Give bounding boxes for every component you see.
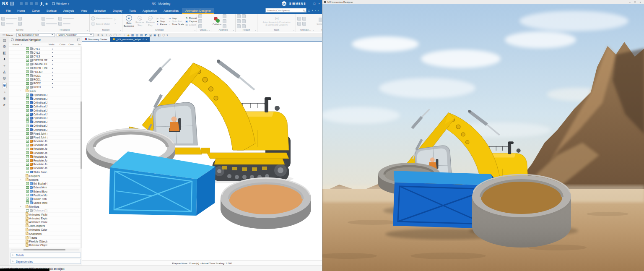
dependencies-section[interactable]: Dependencies <box>10 259 81 264</box>
row-checkbox[interactable] <box>26 190 29 193</box>
selection-filter-dropdown[interactable]: No Selection Filter <box>16 33 55 37</box>
row-checkbox[interactable] <box>26 125 29 128</box>
tree-row[interactable]: Revolute Joint... <box>9 155 82 159</box>
ribbon-tab[interactable]: File <box>3 8 14 14</box>
maximize-button[interactable]: □ <box>314 2 315 5</box>
gear-button[interactable] <box>42 22 57 26</box>
toolbar-icon[interactable]: ✥ <box>97 34 99 36</box>
repeat-button[interactable]: ↻Repeat <box>185 16 197 19</box>
capture-arrangement-button[interactable]: ▣Capture Arrangement <box>185 20 197 23</box>
toolbar-icon[interactable]: ◩ <box>145 34 148 36</box>
tab-close-icon[interactable]: × <box>145 38 147 41</box>
ribbon-tab[interactable]: Tools <box>126 8 139 14</box>
ribbon-tab[interactable]: Application <box>139 8 160 14</box>
tree-row[interactable]: Cylindrical Joi... <box>9 97 82 101</box>
tree-row[interactable]: CYL2 ● <box>9 51 82 55</box>
ribbon-tab[interactable]: View <box>78 8 91 14</box>
tree-row[interactable]: Revolute Joint... <box>9 147 82 151</box>
collapse-ribbon-icon[interactable]: ∧ <box>312 9 313 12</box>
tree-row[interactable]: Animated Visibility <box>9 213 82 216</box>
search-input[interactable] <box>267 9 302 12</box>
search-box[interactable] <box>265 8 306 13</box>
revolute-motor-button[interactable]: Revolute Motor <box>91 16 112 21</box>
group-label-relations[interactable]: Relations <box>40 29 89 32</box>
toolbar-icon[interactable]: ▦ <box>131 34 134 36</box>
toolbar-icon[interactable]: ◈ <box>127 34 129 36</box>
tree-row[interactable]: Fixed Joint (2) <box>9 136 82 139</box>
row-visibility-dot[interactable]: ● <box>47 67 57 69</box>
joint-button[interactable] <box>42 17 57 21</box>
window-menu-button[interactable]: Window ▾ <box>52 2 69 5</box>
toolbar-icon[interactable]: ▤ <box>140 34 143 36</box>
tree-row[interactable]: Distance (1) <box>9 209 82 213</box>
row-checkbox[interactable] <box>26 128 29 131</box>
tree-row[interactable]: Fixed Joint (1) <box>9 132 82 136</box>
ribbon-tab[interactable]: Home <box>14 8 29 14</box>
group-label-animate2[interactable]: Animate... <box>296 29 315 32</box>
row-checkbox[interactable] <box>26 209 29 212</box>
resource-bar-icon[interactable]: ▤ <box>3 39 6 42</box>
tree-horizontal-scrollbar[interactable] <box>11 249 79 250</box>
qat-icon[interactable] <box>20 2 23 5</box>
expander-icon[interactable]: − <box>19 206 22 208</box>
tree-row[interactable]: Revolute Joint... <box>9 143 82 147</box>
row-visibility-dot[interactable]: ● <box>47 63 57 65</box>
column-extra[interactable]: So <box>77 43 82 46</box>
tab-part-file[interactable]: _NX_excavator_ad.prt ⊙ × <box>110 37 150 42</box>
group-label-tools[interactable]: Tools <box>257 29 296 32</box>
tree-row[interactable]: Speed Motor (1) <box>9 201 82 205</box>
row-checkbox[interactable] <box>26 74 29 77</box>
column-visibility[interactable]: Visibi... <box>47 43 57 46</box>
speed-motor-button[interactable]: Speed Motor <box>91 22 112 26</box>
container-button[interactable]: Container <box>317 18 322 25</box>
curve-joint-button[interactable] <box>58 22 74 26</box>
stop-button[interactable]: ■Stop <box>156 20 166 23</box>
visibility-icon[interactable]: ◉ <box>45 2 48 5</box>
row-checkbox[interactable] <box>26 105 29 108</box>
tree-row[interactable]: ROD3 ● <box>9 86 82 89</box>
microphone-icon[interactable] <box>41 2 42 5</box>
row-checkbox[interactable] <box>26 113 29 116</box>
row-checkbox[interactable] <box>26 86 29 89</box>
minimize-button[interactable]: – <box>309 2 311 5</box>
row-checkbox[interactable] <box>26 117 29 120</box>
toolbar-icon[interactable]: ➤ <box>101 34 104 36</box>
row-checkbox[interactable] <box>26 163 29 166</box>
toolbar-icon[interactable]: ▾ <box>166 34 168 36</box>
resource-bar-icon[interactable]: ◔ <box>3 91 5 94</box>
tree-row[interactable]: Position Moto... <box>9 193 82 197</box>
row-checkbox[interactable] <box>26 136 29 139</box>
row-visibility-dot[interactable]: ● <box>47 78 57 81</box>
group-label-container[interactable]: Container <box>315 29 322 32</box>
rigid-group-button[interactable] <box>1 22 17 26</box>
row-visibility-dot[interactable]: ● <box>47 82 57 84</box>
row-checkbox[interactable] <box>26 132 29 135</box>
row-checkbox[interactable] <box>26 109 29 112</box>
row-visibility-dot[interactable]: ● <box>47 75 57 77</box>
tree-row[interactable]: Extend Arm H... <box>9 186 82 190</box>
tree-row[interactable]: Cylindrical Joi... <box>9 112 82 116</box>
details-section[interactable]: Details <box>10 253 81 258</box>
toolbar-icon[interactable]: ◠ <box>118 34 121 36</box>
row-checkbox[interactable] <box>26 51 29 54</box>
reverse-step-button[interactable]: ◁ Reverse Step <box>135 16 144 26</box>
row-checkbox[interactable] <box>26 159 29 162</box>
toolbar-icon[interactable]: ◇ <box>109 34 112 36</box>
pause-button[interactable]: ‖Pause <box>156 23 166 26</box>
tree-row[interactable]: − Monitors <box>9 205 82 209</box>
tree-row[interactable]: Cylindrical Joi... <box>9 93 82 97</box>
group-label-visual[interactable]: Visual... <box>197 29 211 32</box>
toolbar-icon[interactable]: ◪ <box>149 34 152 36</box>
tree-row[interactable]: − Motions <box>9 178 82 182</box>
row-checkbox[interactable] <box>26 140 29 143</box>
tree-row[interactable]: Cylindrical Joi... <box>9 109 82 112</box>
ribbon-tab[interactable]: Assemblies <box>160 8 182 14</box>
tree-row[interactable]: DIPPER.OPT2 ● <box>9 59 82 63</box>
toolbar-icon[interactable]: ⬡ <box>162 34 165 36</box>
ribbon-tab[interactable]: Analysis <box>60 8 78 14</box>
adopt-constraints-button[interactable]: Adopt Assembly Constraints at Joints and… <box>262 21 290 26</box>
tree-row[interactable]: Revolute Joint... <box>9 151 82 155</box>
sort-ascending-icon[interactable]: ▲ <box>20 44 22 46</box>
toolbar-icon[interactable]: ▥ <box>135 34 138 36</box>
row-checkbox[interactable] <box>26 82 29 85</box>
